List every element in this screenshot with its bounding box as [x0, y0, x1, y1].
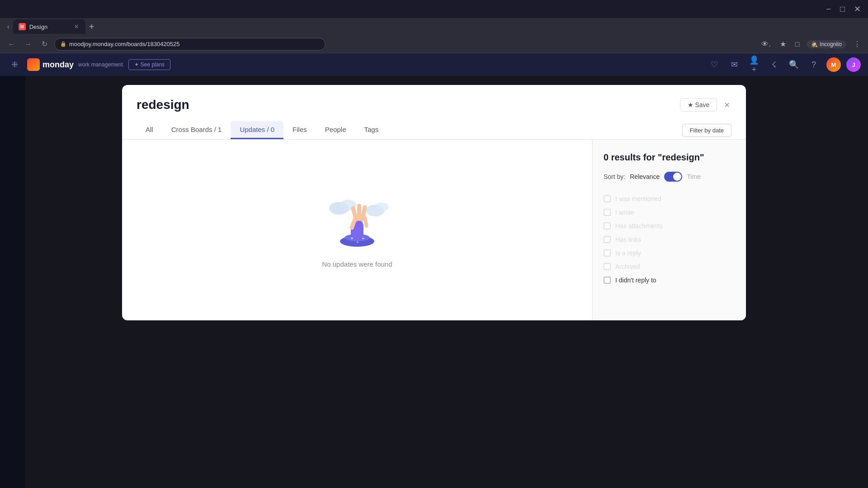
maximize-button[interactable]: □ — [840, 5, 845, 13]
minimize-button[interactable]: − — [826, 5, 831, 13]
close-window-button[interactable]: ✕ — [854, 5, 861, 13]
address-bar-row: ← → ↻ 🔒 moodjoy.monday.com/boards/183042… — [0, 35, 868, 53]
window-controls: − □ ✕ — [826, 5, 861, 13]
filter-date-button[interactable]: Filter by date — [682, 124, 731, 137]
modal-header: redesign ★ Save × All Cross Boards / 1 U… — [122, 85, 746, 140]
filter-checkbox-attachments — [604, 222, 611, 230]
address-bar[interactable]: 🔒 moodjoy.monday.com/boards/1830420525 — [54, 38, 326, 51]
filter-label-mentioned: I was mentioned — [615, 195, 661, 202]
empty-illustration: ★ ★ ★ — [326, 192, 389, 251]
browser-tab[interactable]: M Design ✕ — [13, 19, 85, 34]
empty-message: No updates were found — [322, 260, 392, 268]
inbox-icon[interactable]: ✉ — [727, 57, 741, 72]
tab-back-nav[interactable]: ‹ — [4, 21, 13, 32]
filter-checkbox-reply — [604, 249, 611, 257]
modal-actions: ★ Save × — [680, 98, 732, 112]
tab-cross-boards[interactable]: Cross Boards / 1 — [162, 121, 231, 139]
tab-row: All Cross Boards / 1 Updates / 0 Files P… — [137, 121, 731, 139]
filter-checkbox-links — [604, 236, 611, 243]
tab-bar: ‹ M Design ✕ + — [0, 18, 868, 35]
filter-checkbox-wrote — [604, 209, 611, 216]
tab-all[interactable]: All — [137, 121, 162, 139]
results-heading: 0 results for "redesign" — [604, 152, 735, 163]
filter-label-links: Has links — [615, 236, 641, 243]
tab-close-button[interactable]: ✕ — [73, 23, 80, 30]
help-icon[interactable]: ? — [807, 57, 821, 72]
see-plans-button[interactable]: ✦ See plans — [128, 59, 170, 70]
modal-body: ★ ★ ★ No updates were found — [122, 140, 746, 320]
modal-sidebar: 0 results for "redesign" Sort by: Releva… — [592, 140, 746, 320]
private-icon[interactable]: 👁․ — [760, 38, 773, 50]
address-bar-actions: 👁․ ★ □ 🕵 Incognito ⋮ — [760, 38, 863, 50]
filter-checkbox-no-reply — [604, 277, 611, 284]
search-icon[interactable]: 🔍 — [787, 57, 801, 72]
svg-rect-11 — [357, 204, 361, 221]
user-avatar[interactable]: J — [846, 57, 861, 72]
incognito-icon: 🕵 — [811, 41, 818, 47]
filter-label-archived: Archived — [615, 263, 640, 270]
new-tab-button[interactable]: + — [85, 20, 98, 34]
svg-rect-14 — [363, 216, 368, 228]
bell-icon[interactable]: ♡ — [707, 57, 722, 72]
see-plans-label: See plans — [141, 61, 165, 68]
lock-icon: 🔒 — [60, 41, 66, 47]
filter-label-no-reply: I didn't reply to — [615, 277, 656, 284]
tab-files[interactable]: Files — [283, 121, 316, 139]
save-button[interactable]: ★ Save — [680, 98, 717, 112]
svg-point-3 — [375, 202, 389, 211]
grid-icon[interactable]: ⁜ — [7, 57, 22, 72]
app-bar: ⁜ monday work management ✦ See plans ♡ ✉… — [0, 53, 868, 76]
back-button[interactable]: ← — [5, 38, 18, 51]
close-modal-button[interactable]: × — [722, 99, 731, 111]
incognito-badge: 🕵 Incognito — [807, 40, 846, 48]
filter-label-wrote: I wrote — [615, 209, 634, 216]
modal-title: redesign — [137, 98, 189, 112]
modal-title-row: redesign ★ Save × — [137, 98, 731, 112]
modal-overlay: redesign ★ Save × All Cross Boards / 1 U… — [0, 76, 868, 488]
tab-people[interactable]: People — [316, 121, 355, 139]
tab-favicon: M — [19, 23, 26, 30]
filter-label-attachments: Has attachments — [615, 222, 663, 230]
sort-time-label: Time — [687, 173, 701, 180]
modal-tabs: All Cross Boards / 1 Updates / 0 Files P… — [137, 121, 387, 139]
filter-item-reply[interactable]: Is a reply — [604, 247, 735, 259]
add-user-icon[interactable]: 👤+ — [747, 57, 761, 72]
filter-checkbox-archived — [604, 263, 611, 270]
split-view-icon[interactable]: □ — [793, 38, 802, 50]
logo-sub: work management — [78, 61, 123, 68]
tab-title: Design — [29, 23, 47, 30]
filter-item-archived[interactable]: Archived — [604, 260, 735, 273]
integrations-icon[interactable]: ☇ — [767, 57, 781, 72]
modal-main-content: ★ ★ ★ No updates were found — [122, 140, 592, 320]
filter-item-no-reply[interactable]: I didn't reply to — [604, 274, 735, 286]
search-modal: redesign ★ Save × All Cross Boards / 1 U… — [122, 85, 746, 320]
sort-relevance-label: Relevance — [630, 173, 660, 180]
filter-item-links[interactable]: Has links — [604, 233, 735, 246]
filter-item-wrote[interactable]: I wrote — [604, 206, 735, 219]
sort-row: Sort by: Relevance Time — [604, 172, 735, 182]
refresh-button[interactable]: ↻ — [38, 38, 51, 51]
bookmark-icon[interactable]: ★ — [778, 38, 788, 50]
filter-checkbox-mentioned — [604, 195, 611, 202]
logo-mark — [27, 58, 40, 71]
title-bar: − □ ✕ — [0, 0, 868, 18]
filter-item-mentioned[interactable]: I was mentioned — [604, 192, 735, 205]
tab-updates[interactable]: Updates / 0 — [231, 121, 283, 139]
avatar[interactable]: M — [826, 57, 841, 72]
filter-item-attachments[interactable]: Has attachments — [604, 220, 735, 232]
filter-label-reply: Is a reply — [615, 249, 641, 257]
sort-by-label: Sort by: — [604, 173, 625, 180]
forward-button[interactable]: → — [22, 38, 34, 51]
tab-tags[interactable]: Tags — [355, 121, 388, 139]
filter-list: I was mentioned I wrote Has attachments … — [604, 192, 735, 286]
logo-text: monday — [42, 60, 74, 70]
incognito-label: Incognito — [820, 41, 842, 47]
menu-icon[interactable]: ⋮ — [852, 38, 863, 50]
svg-text:★: ★ — [356, 241, 359, 244]
sparkle-icon: ✦ — [134, 61, 139, 68]
sort-toggle[interactable] — [664, 172, 682, 182]
app-logo: monday work management — [27, 58, 123, 71]
toggle-knob — [673, 173, 681, 181]
url-text: moodjoy.monday.com/boards/1830420525 — [69, 41, 180, 47]
